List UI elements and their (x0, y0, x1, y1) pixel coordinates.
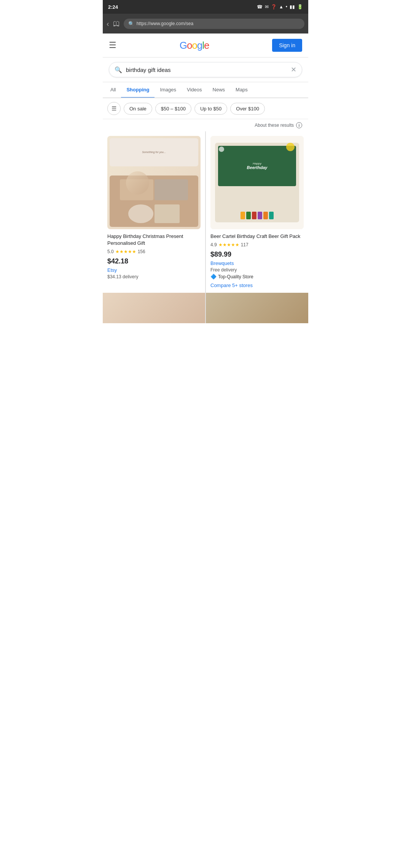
seller-link-2[interactable]: Brewquets (210, 260, 234, 266)
tab-all[interactable]: All (105, 82, 121, 98)
tab-maps[interactable]: Maps (230, 82, 253, 98)
rating-row-2: 4.9 ★★★★★ 117 (210, 242, 304, 247)
tab-shopping[interactable]: Shopping (121, 82, 155, 98)
wifi-icon: ▮▮ (290, 4, 295, 10)
whatsapp-icon: ☎ (257, 4, 263, 10)
filter-on-sale[interactable]: On sale (124, 103, 152, 115)
gift-item-2 (155, 179, 188, 200)
product-card-2[interactable]: Happy Beerthday Beer Cartel Birthday Cra… (206, 131, 308, 293)
tab-videos[interactable]: Videos (182, 82, 207, 98)
status-bar: 2:24 ☎ ✉ ❓ ▲ • ▮▮ 🔋 (103, 0, 308, 14)
battery-icon: 🔋 (297, 4, 303, 10)
about-results-label: About these results (255, 123, 294, 128)
partial-product-left[interactable] (103, 293, 205, 323)
top-quality-label: Top-Quality Store (218, 274, 253, 279)
logo-o1: o (187, 40, 192, 51)
gift-box-image: Something for you... (107, 136, 201, 229)
filters-bar: ☰ On sale $50 – $100 Up to $50 Over $100 (103, 98, 308, 119)
logo-g: G (180, 40, 187, 51)
white-circle (219, 147, 224, 152)
stars-1: ★★★★★ (115, 249, 136, 254)
can-5 (263, 212, 268, 219)
hamburger-menu[interactable]: ☰ (109, 40, 116, 50)
stars-2: ★★★★★ (218, 242, 239, 247)
mail-icon: ✉ (265, 4, 269, 10)
product-title-2: Beer Cartel Birthday Craft Beer Gift Pac… (210, 233, 304, 240)
gift-card-text: Something for you... (141, 150, 167, 154)
logo-g2: g (197, 40, 202, 51)
rating-row-1: 5.0 ★★★★★ 156 (107, 249, 201, 254)
filter-up-to-50[interactable]: Up to $50 (194, 103, 227, 115)
browser-bar: ‹ 🕮 🔍 https://www.google.com/sea (103, 14, 308, 34)
url-bar[interactable]: 🔍 https://www.google.com/sea (124, 19, 304, 29)
products-grid: Something for you... Happy Birthday Chri… (103, 131, 308, 293)
top-quality-badge: 🔷 Top-Quality Store (210, 274, 304, 279)
tab-news[interactable]: News (207, 82, 231, 98)
search-box[interactable]: 🔍 ✕ (109, 62, 302, 77)
sign-in-button[interactable]: Sign in (272, 39, 302, 52)
filter-settings-button[interactable]: ☰ (107, 102, 121, 115)
delivery-info-2: Free delivery (210, 267, 304, 273)
product-image-2: Happy Beerthday (210, 136, 304, 229)
google-header: ☰ Google Sign in (103, 34, 308, 57)
url-text: https://www.google.com/sea (137, 21, 193, 26)
logo-o2: o (192, 40, 197, 51)
dot-icon: • (286, 4, 287, 10)
gift-item-4 (155, 204, 180, 223)
beer-box-outer: Happy Beerthday (215, 143, 299, 222)
can-3 (252, 212, 256, 219)
product-price-2: $89.99 (210, 251, 304, 258)
product-title-1: Happy Birthday Christmas Present Persona… (107, 233, 201, 247)
url-search-icon: 🔍 (128, 21, 134, 27)
info-icon[interactable]: i (296, 122, 302, 128)
beer-cans-row (218, 212, 296, 219)
beer-box-image: Happy Beerthday (210, 136, 304, 229)
tab-images[interactable]: Images (155, 82, 182, 98)
search-input[interactable] (126, 67, 291, 73)
can-4 (258, 212, 262, 219)
rating-score-1: 5.0 (107, 249, 114, 254)
gift-card-top: Something for you... (110, 138, 198, 166)
product-card-1[interactable]: Something for you... Happy Birthday Chri… (103, 131, 205, 293)
logo-e: e (204, 40, 209, 51)
filter-50-100[interactable]: $50 – $100 (155, 103, 191, 115)
happy-text: Happy (253, 162, 261, 166)
seller-link-1[interactable]: Etsy (107, 267, 117, 273)
about-results: About these results i (103, 119, 308, 131)
product-price-1: $42.18 (107, 257, 201, 265)
search-icon: 🔍 (115, 66, 122, 73)
location-icon: ❓ (271, 4, 277, 10)
gift-item-3 (128, 204, 153, 223)
gift-box-bottom (110, 176, 198, 227)
drive-icon: ▲ (279, 4, 284, 10)
beerthday-text: Beerthday (247, 165, 268, 170)
search-box-container: 🔍 ✕ (103, 57, 308, 82)
product-image-1: Something for you... (107, 136, 201, 229)
status-time: 2:24 (108, 4, 118, 10)
yellow-circle (286, 143, 295, 151)
partial-product-right[interactable] (206, 293, 308, 323)
clear-icon[interactable]: ✕ (291, 65, 296, 74)
can-1 (241, 212, 245, 219)
google-logo: Google (180, 40, 209, 51)
filter-over-100[interactable]: Over $100 (230, 103, 265, 115)
top-quality-icon: 🔷 (210, 274, 217, 279)
review-count-1: 156 (138, 249, 145, 254)
compare-stores-link[interactable]: Compare 5+ stores (210, 282, 304, 288)
products-grid-bottom (103, 293, 308, 323)
can-6 (269, 212, 274, 219)
rating-score-2: 4.9 (210, 242, 217, 247)
bookmark-icon[interactable]: 🕮 (113, 20, 120, 28)
status-icons: ☎ ✉ ❓ ▲ • ▮▮ 🔋 (257, 4, 303, 10)
beer-box-header: Happy Beerthday (218, 146, 296, 186)
back-button[interactable]: ‹ (107, 19, 109, 28)
review-count-2: 117 (241, 242, 249, 247)
can-2 (246, 212, 251, 219)
tabs-bar: All Shopping Images Videos News Maps (103, 82, 308, 98)
delivery-info-1: $34.13 delivery (107, 274, 201, 279)
